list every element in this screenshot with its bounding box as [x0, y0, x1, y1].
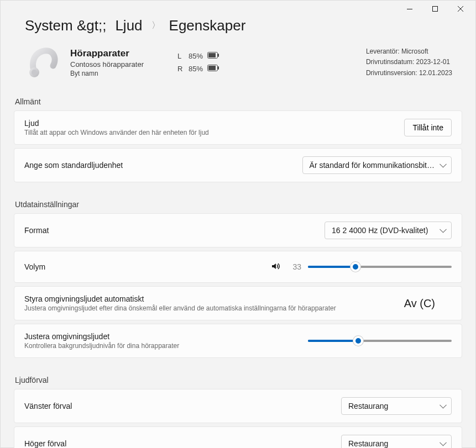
breadcrumb-sound[interactable]: Ljud: [115, 17, 142, 34]
row-left-preset-title: Vänster förval: [24, 402, 72, 410]
battery-icon: [207, 62, 219, 75]
section-output: Utdatainställningar: [15, 200, 462, 209]
svg-point-5: [32, 70, 37, 75]
volume-slider[interactable]: [308, 266, 452, 268]
driver-info: Leverantör: Microsoft Drivrutinsdatum: 2…: [366, 46, 452, 78]
row-audio-sub: Tillåt att appar och Windows använder de…: [24, 129, 209, 136]
section-presets: Ljudförval: [15, 376, 462, 384]
row-right-preset: Höger förval Restaurang: [14, 426, 462, 448]
titlebar: [1, 1, 475, 17]
device-header: Hörapparater Contosos hörapparater Byt n…: [14, 43, 462, 91]
row-format-title: Format: [24, 226, 49, 235]
row-left-preset: Vänster förval Restaurang: [14, 389, 462, 423]
row-volume: Volym 33: [14, 251, 462, 283]
section-general: Allmänt: [15, 97, 462, 106]
row-audio-title: Ljud: [24, 119, 209, 128]
minimize-button[interactable]: [397, 1, 422, 17]
left-preset-select[interactable]: Restaurang: [341, 397, 452, 415]
row-ambient-auto: Styra omgivningsljudet automatiskt Juste…: [14, 286, 462, 320]
row-ambient-adjust-title: Justera omgivningsljudet: [24, 332, 179, 341]
row-audio: Ljud Tillåt att appar och Windows använd…: [14, 110, 462, 145]
ambient-auto-status: Av (C): [404, 297, 435, 310]
device-meta: Hörapparater Contosos hörapparater Byt n…: [70, 48, 153, 77]
rename-link[interactable]: Byt namn: [70, 70, 153, 77]
right-preset-select[interactable]: Restaurang: [341, 435, 452, 448]
row-ambient-adjust-sub: Kontrollera bakgrundsljudnivån för dina …: [24, 342, 179, 350]
row-format: Format 16 2 4000 Hz (DVD-kvalitet): [14, 213, 462, 247]
row-default-title: Ange som standardljudenhet: [24, 161, 123, 170]
row-ambient-adjust: Justera omgivningsljudet Kontrollera bak…: [14, 324, 462, 358]
battery-left-label: L: [177, 50, 184, 62]
row-ambient-auto-title: Styra omgivningsljudet automatiskt: [24, 294, 336, 303]
driver-version: Drivrutinsversion: 12.01.2023: [366, 68, 452, 78]
format-select[interactable]: 16 2 4000 Hz (DVD-kvalitet): [325, 222, 452, 239]
row-right-preset-title: Höger förval: [24, 439, 66, 448]
svg-rect-10: [218, 66, 219, 70]
svg-rect-1: [433, 7, 438, 12]
battery-icon: [207, 50, 219, 62]
row-volume-title: Volym: [24, 262, 45, 271]
row-ambient-auto-sub: Justera omgivningsljudet efter dina önsk…: [24, 304, 336, 312]
row-default-device: Ange som standardljudenhet Är standard f…: [14, 148, 462, 182]
hearing-aid-icon: [24, 43, 62, 82]
maximize-button[interactable]: [422, 1, 448, 17]
breadcrumb-properties: Egenskaper: [169, 17, 246, 34]
device-subtitle: Contosos hörapparater: [70, 60, 153, 68]
close-button[interactable]: [448, 1, 473, 17]
svg-rect-8: [208, 53, 216, 57]
svg-rect-7: [218, 54, 219, 57]
disallow-button[interactable]: Tillåt inte: [404, 119, 452, 136]
ambient-slider[interactable]: [308, 340, 452, 342]
battery-status: L 85% R 85%: [177, 50, 219, 76]
breadcrumb: System &gt;; Ljud 〉 Egenskaper: [14, 17, 462, 34]
volume-value: 33: [288, 262, 301, 271]
breadcrumb-system[interactable]: System &gt;;: [25, 17, 106, 34]
chevron-right-icon: 〉: [151, 20, 160, 31]
driver-vendor: Leverantör: Microsoft: [366, 46, 452, 57]
driver-date: Drivrutinsdatum: 2023-12-01: [366, 57, 452, 67]
speaker-icon[interactable]: [270, 261, 281, 273]
settings-window: System &gt;; Ljud 〉 Egenskaper: [0, 0, 476, 448]
battery-right-pct: 85%: [189, 62, 203, 75]
battery-right-label: R: [177, 62, 184, 75]
default-device-select[interactable]: Är standard för kommunikationsbit…: [302, 156, 452, 174]
device-title: Hörapparater: [70, 48, 153, 59]
battery-left-pct: 85%: [189, 50, 203, 62]
svg-rect-11: [208, 66, 216, 70]
